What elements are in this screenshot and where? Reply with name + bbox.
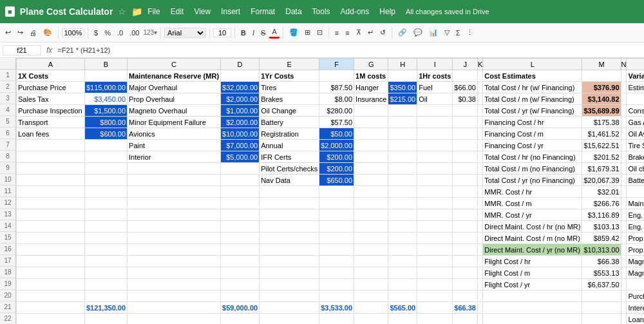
cell-o9[interactable]: Oil changes / yr [627,163,644,175]
menu-view[interactable]: View [194,7,211,16]
cell-m14[interactable]: $103.13 [582,221,621,233]
cell-c17[interactable] [128,256,221,267]
cell-f13[interactable] [319,209,354,221]
cell-h6[interactable] [388,128,417,140]
cell-c13[interactable] [128,209,221,221]
cell-b17[interactable] [84,256,127,267]
cell-e2[interactable]: Tires [260,82,319,93]
cell-d5[interactable]: $2,000.00 [221,117,260,128]
undo-button[interactable]: ↩ [3,27,14,38]
paint-format-button[interactable]: 🎨 [41,27,55,38]
cell-b15[interactable] [84,233,127,244]
cell-j20[interactable] [453,291,478,302]
cell-j10[interactable] [453,175,478,186]
more-formats-button[interactable]: .00 [127,28,142,38]
menu-file[interactable]: File [147,7,160,16]
cell-e18[interactable] [260,267,319,279]
cell-n10[interactable] [621,175,627,186]
cell-o21[interactable]: Interest Rate [627,302,644,314]
cell-e8[interactable]: IFR Certs [260,151,319,163]
currency-button[interactable]: $ [91,28,100,38]
cell-n17[interactable] [621,256,627,267]
cell-b14[interactable] [84,221,127,233]
cell-m16[interactable]: $10,313.00 [582,244,621,256]
cell-o17[interactable]: Magneto Overhaul TBO Hrs [627,256,644,267]
cell-c6[interactable]: Avionics [128,128,221,140]
cell-o18[interactable]: Magneto SMOH Hrs [627,267,644,279]
cell-a8[interactable] [17,151,85,163]
cell-c12[interactable] [128,198,221,209]
cell-o7[interactable]: Tire Sets / yr [627,140,644,151]
cell-o1[interactable]: Variables [627,70,644,82]
cell-f8[interactable]: $200.00 [319,151,354,163]
cell-o12[interactable]: Maintenance Life [627,198,644,209]
cell-g4[interactable] [354,105,388,117]
text-color-button[interactable]: A [269,26,279,39]
cell-m7[interactable]: $15,622.51 [582,140,621,151]
cell-d22[interactable] [221,314,260,325]
cell-c11[interactable] [128,186,221,198]
cell-b11[interactable] [84,186,127,198]
cell-j14[interactable] [453,221,478,233]
cell-j11[interactable] [453,186,478,198]
cell-n12[interactable] [621,198,627,209]
cell-i11[interactable] [417,186,453,198]
cell-a17[interactable] [17,256,85,267]
cell-f5[interactable]: $57.50 [319,117,354,128]
cell-a9[interactable] [17,163,85,175]
cell-e14[interactable] [260,221,319,233]
cell-h2[interactable]: $350.00 [388,82,417,93]
cell-o19[interactable] [627,279,644,291]
cell-g22[interactable] [354,314,388,325]
cell-i13[interactable] [417,209,453,221]
cell-l14[interactable]: Direct Maint. Cost / hr (no MR) [483,221,582,233]
cell-o10[interactable]: Batteries / yr [627,175,644,186]
cell-h1[interactable] [388,70,417,82]
cell-l13[interactable]: MMR. Cost / yr [483,209,582,221]
cell-g8[interactable] [354,151,388,163]
cell-j1[interactable] [453,70,478,82]
function-button[interactable]: Σ [453,28,463,38]
cell-b16[interactable] [84,244,127,256]
cell-f2[interactable]: $87.50 [319,82,354,93]
cell-m19[interactable]: $6,637.50 [582,279,621,291]
cell-g3[interactable]: Insurance [354,93,388,105]
cell-i15[interactable] [417,233,453,244]
cell-h10[interactable] [388,175,417,186]
cell-g14[interactable] [354,221,388,233]
cell-l4[interactable]: Total Cost / yr (w/ Financing) [483,105,582,117]
cell-j3[interactable]: $0.38 [453,93,478,105]
cell-c3[interactable]: Prop Overhaul [128,93,221,105]
cell-h18[interactable] [388,267,417,279]
cell-b13[interactable] [84,209,127,221]
cell-l18[interactable]: Flight Cost / m [483,267,582,279]
cell-e3[interactable]: Brakes [260,93,319,105]
cell-g11[interactable] [354,186,388,198]
cell-n7[interactable] [621,140,627,151]
cell-a10[interactable] [17,175,85,186]
cell-f17[interactable] [319,256,354,267]
cell-e21[interactable] [260,302,319,314]
menu-format[interactable]: Format [251,7,275,16]
cell-e1[interactable]: 1Yr Costs [260,70,319,82]
cell-b8[interactable] [84,151,127,163]
cell-e15[interactable] [260,233,319,244]
cell-n11[interactable] [621,186,627,198]
cell-n15[interactable] [621,233,627,244]
cell-h5[interactable] [388,117,417,128]
cell-a4[interactable]: Purchase Inspection [17,105,85,117]
cell-o3[interactable] [627,93,644,105]
cell-k13[interactable] [477,209,482,221]
menu-data[interactable]: Data [285,7,301,16]
cell-o16[interactable]: Prop. SMOH Hrs [627,244,644,256]
cell-m22[interactable] [582,314,621,325]
cell-n8[interactable] [621,151,627,163]
menu-tools[interactable]: Tools [312,7,330,16]
cell-n6[interactable] [621,128,627,140]
cell-h9[interactable] [388,163,417,175]
cell-g6[interactable] [354,128,388,140]
cell-d7[interactable]: $7,000.00 [221,140,260,151]
cell-g2[interactable]: Hanger [354,82,388,93]
cell-f10[interactable]: $650.00 [319,175,354,186]
cell-d10[interactable] [221,175,260,186]
